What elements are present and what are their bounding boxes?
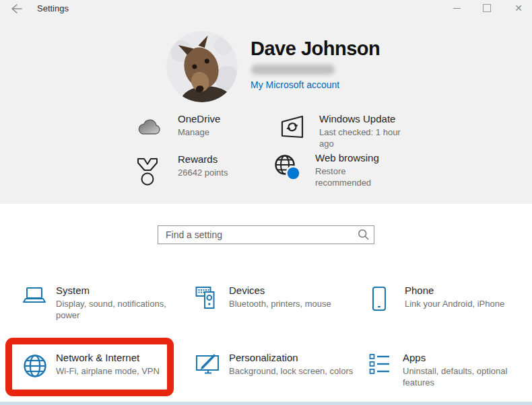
minimize-icon — [453, 8, 461, 9]
quick-status-windows-update[interactable]: Windows Update Last checked: 1 hour ago — [277, 113, 404, 150]
windows-update-icon — [277, 113, 310, 150]
quick-status-subtitle: Last checked: 1 hour ago — [319, 127, 404, 150]
search-icon[interactable] — [358, 229, 370, 241]
tile-title: Personalization — [229, 352, 360, 364]
quick-status-title: Windows Update — [319, 113, 404, 125]
titlebar: Settings ✕ — [0, 0, 532, 20]
quick-status-subtitle: Manage — [178, 127, 263, 139]
system-laptop-icon — [22, 285, 49, 322]
tile-network-internet[interactable]: Network & Internet Wi-Fi, airplane mode,… — [22, 352, 187, 379]
back-button[interactable] — [8, 2, 26, 15]
tile-apps[interactable]: Apps Uninstall, defaults, optional featu… — [369, 352, 519, 389]
onedrive-cloud-icon — [136, 113, 168, 139]
close-icon: ✕ — [514, 3, 523, 13]
hero-section: Settings ✕ — [0, 0, 532, 204]
tile-title: Devices — [229, 285, 360, 297]
email-redacted — [251, 65, 335, 75]
tile-phone[interactable]: Phone Link your Android, iPhone — [371, 285, 532, 311]
screenshot-edge-strip — [0, 402, 532, 405]
window-title: Settings — [37, 3, 69, 13]
avatar — [166, 31, 238, 102]
settings-window: Settings ✕ — [0, 0, 532, 405]
search-box — [158, 225, 374, 244]
quick-status-title: Rewards — [178, 153, 263, 165]
tile-subtitle: Bluetooth, printers, mouse — [229, 299, 360, 310]
maximize-button[interactable] — [475, 0, 498, 16]
tile-title: Phone — [405, 285, 532, 297]
profile-name: Dave Johnson — [251, 38, 380, 60]
tile-system[interactable]: System Display, sound, notifications, po… — [22, 285, 172, 322]
tile-subtitle: Display, sound, notifications, power — [56, 299, 172, 322]
tile-subtitle: Link your Android, iPhone — [405, 299, 532, 310]
tile-subtitle: Uninstall, defaults, optional features — [403, 366, 519, 389]
tile-title: System — [56, 285, 172, 297]
tile-title: Apps — [403, 352, 519, 364]
microsoft-account-link[interactable]: My Microsoft account — [251, 79, 339, 90]
web-browsing-globe-icon — [273, 152, 306, 189]
close-button[interactable]: ✕ — [507, 0, 530, 16]
maximize-icon — [483, 4, 491, 12]
phone-icon — [371, 285, 398, 311]
devices-keyboard-icon — [195, 285, 222, 310]
quick-status-title: Web browsing — [315, 152, 400, 164]
tile-subtitle: Background, lock screen, colors — [229, 366, 360, 377]
quick-status-web-browsing[interactable]: Web browsing Restore recommended — [273, 152, 400, 189]
apps-list-icon — [369, 352, 396, 389]
quick-status-rewards[interactable]: Rewards 26642 points — [136, 153, 263, 187]
quick-status-subtitle: 26642 points — [178, 168, 263, 179]
tile-title: Network & Internet — [56, 352, 187, 364]
personalization-monitor-pen-icon — [195, 352, 222, 377]
tile-personalization[interactable]: Personalization Background, lock screen,… — [195, 352, 360, 377]
network-globe-icon — [22, 352, 49, 379]
search-input[interactable] — [158, 225, 374, 244]
back-arrow-icon — [8, 2, 26, 15]
tile-subtitle: Wi-Fi, airplane mode, VPN — [56, 366, 187, 377]
quick-status-subtitle: Restore recommended — [315, 166, 400, 189]
minimize-button[interactable] — [445, 0, 468, 16]
quick-status-onedrive[interactable]: OneDrive Manage — [136, 113, 263, 139]
quick-status-title: OneDrive — [178, 113, 263, 125]
tile-devices[interactable]: Devices Bluetooth, printers, mouse — [195, 285, 360, 310]
rewards-medal-icon — [136, 153, 168, 187]
